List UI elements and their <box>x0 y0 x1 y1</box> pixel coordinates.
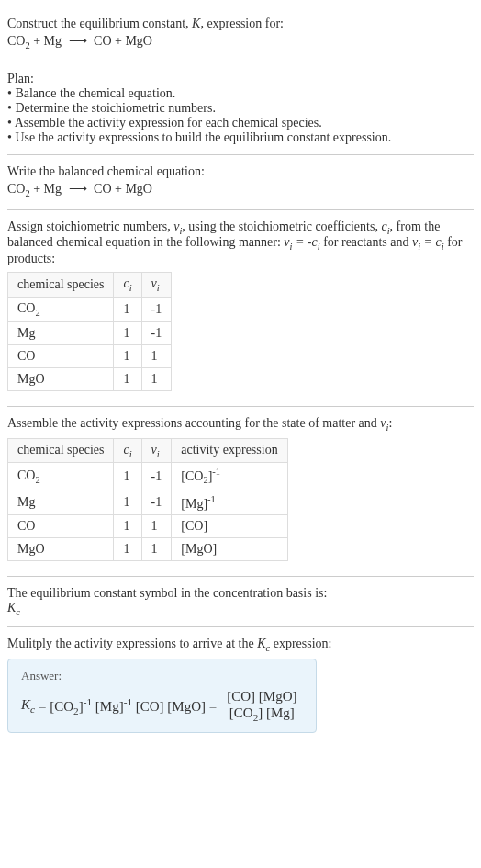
q-part2: , expression for: <box>200 17 284 30</box>
activity-title: Assemble the activity expressions accoun… <box>7 416 474 433</box>
plan-list: Balance the chemical equation. Determine… <box>7 86 474 145</box>
plan-item: Assemble the activity expression for eac… <box>7 116 474 130</box>
balanced-section: Write the balanced chemical equation: CO… <box>7 155 474 210</box>
answer-box: Answer: Kc = [CO2]-1 [Mg]-1 [CO] [MgO] =… <box>7 659 317 733</box>
question-equation: CO2 + Mg ⟶ CO + MgO <box>7 33 474 51</box>
table-row: CO2 1 -1 <box>8 297 172 321</box>
denominator: [CO2] [Mg] <box>226 705 298 723</box>
answer-label: Answer: <box>21 669 303 683</box>
activity-table: chemical species ci νi activity expressi… <box>7 438 288 562</box>
balanced-title: Write the balanced chemical equation: <box>7 164 474 179</box>
numerator: [CO] [MgO] <box>223 689 300 705</box>
symbol-title: The equilibrium constant symbol in the c… <box>7 586 474 601</box>
th-nui: νi <box>141 273 172 298</box>
plan-item: Balance the chemical equation. <box>7 86 474 101</box>
stoich-table: chemical species ci νi CO2 1 -1 Mg 1 -1 … <box>7 272 172 391</box>
plan-item: Use the activity expressions to build th… <box>7 130 474 145</box>
activity-section: Assemble the activity expressions accoun… <box>7 407 474 578</box>
stoich-section: Assign stoichiometric numbers, νi, using… <box>7 210 474 407</box>
plan-title: Plan: <box>7 72 474 86</box>
question-text: Construct the equilibrium constant, K, e… <box>7 17 474 31</box>
question-section: Construct the equilibrium constant, K, e… <box>7 7 474 62</box>
plan-section: Plan: Balance the chemical equation. Det… <box>7 62 474 155</box>
q-part1: Construct the equilibrium constant, <box>7 17 192 30</box>
table-row: MgO 1 1 <box>8 367 172 390</box>
table-row: CO 1 1 <box>8 344 172 367</box>
table-row: CO2 1 -1 [CO2]-1 <box>8 463 288 490</box>
fraction: [CO] [MgO] [CO2] [Mg] <box>223 689 300 723</box>
plan-item: Determine the stoichiometric numbers. <box>7 101 474 116</box>
table-header-row: chemical species ci νi activity expressi… <box>8 438 288 463</box>
answer-expression: Kc = [CO2]-1 [Mg]-1 [CO] [MgO] = [CO] [M… <box>21 689 303 723</box>
table-row: Mg 1 -1 <box>8 321 172 344</box>
table-header-row: chemical species ci νi <box>8 273 172 298</box>
multiply-title: Mulitply the activity expressions to arr… <box>7 637 474 653</box>
stoich-text: Assign stoichiometric numbers, νi, using… <box>7 220 474 267</box>
q-K: K <box>192 17 200 30</box>
th-ci: ci <box>114 273 141 298</box>
table-row: CO 1 1 [CO] <box>8 515 288 538</box>
balanced-equation: CO2 + Mg ⟶ CO + MgO <box>7 181 474 198</box>
multiply-section: Mulitply the activity expressions to arr… <box>7 627 474 742</box>
table-row: MgO 1 1 [MgO] <box>8 538 288 561</box>
table-row: Mg 1 -1 [Mg]-1 <box>8 490 288 515</box>
symbol-section: The equilibrium constant symbol in the c… <box>7 577 474 627</box>
th-species: chemical species <box>8 273 114 298</box>
kc-symbol: Kc <box>7 601 474 617</box>
